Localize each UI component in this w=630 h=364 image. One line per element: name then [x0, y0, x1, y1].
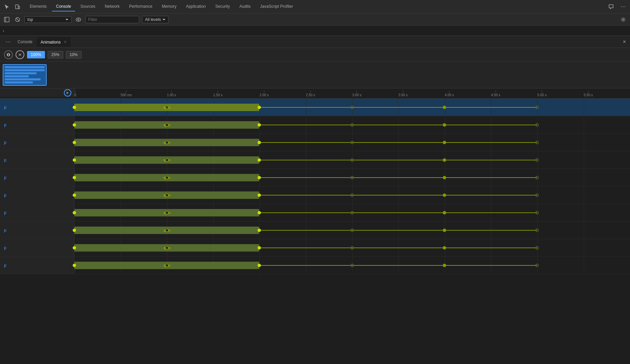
keyframe-dot[interactable]	[535, 246, 539, 250]
pause-animations-button[interactable]	[4, 50, 13, 59]
keyframe-dot[interactable]	[258, 229, 261, 232]
keyframe-dot[interactable]	[443, 211, 446, 214]
keyframe-dot[interactable]	[165, 141, 169, 144]
keyframe-dot[interactable]	[165, 246, 169, 250]
tab-animations-panel[interactable]: Animations ×	[37, 37, 71, 47]
keyframe-dot[interactable]	[443, 264, 446, 267]
tab-console-panel[interactable]: Console	[14, 37, 37, 46]
table-row[interactable]: pspin	[0, 134, 630, 151]
keyframe-dot[interactable]	[165, 264, 169, 267]
keyframe-dot[interactable]	[443, 193, 446, 197]
keyframe-dot[interactable]	[443, 158, 446, 162]
keyframe-dot[interactable]	[73, 211, 76, 214]
levels-dropdown[interactable]: All levels	[142, 16, 169, 23]
tab-console[interactable]: Console	[52, 2, 75, 11]
panel-close-button[interactable]: ×	[622, 37, 627, 46]
table-row[interactable]: pspin	[0, 186, 630, 204]
keyframe-dot[interactable]	[350, 229, 354, 232]
filter-input[interactable]	[85, 16, 139, 23]
keyframe-dot[interactable]	[165, 193, 169, 197]
keyframe-dot[interactable]	[73, 246, 76, 250]
keyframe-dot[interactable]	[165, 229, 169, 232]
keyframe-dot[interactable]	[350, 264, 354, 267]
keyframe-dot[interactable]	[535, 211, 539, 214]
keyframe-dot[interactable]	[535, 123, 539, 127]
keyframe-dot[interactable]	[258, 193, 261, 197]
keyframe-dot[interactable]	[443, 176, 446, 179]
keyframe-dot[interactable]	[535, 193, 539, 197]
keyframe-dot[interactable]	[165, 158, 169, 162]
feedback-icon[interactable]	[607, 3, 615, 11]
keyframe-dot[interactable]	[73, 193, 76, 197]
keyframe-dot[interactable]	[535, 141, 539, 144]
cursor-icon[interactable]	[3, 3, 11, 11]
keyframe-dot[interactable]	[258, 158, 261, 162]
tab-network[interactable]: Network	[101, 2, 124, 11]
keyframe-dot[interactable]	[73, 264, 76, 267]
keyframe-dot[interactable]	[443, 246, 446, 250]
tab-sources[interactable]: Sources	[76, 2, 99, 11]
keyframe-dot[interactable]	[443, 106, 446, 109]
keyframe-dot[interactable]	[165, 106, 169, 109]
keyframe-dot[interactable]	[258, 106, 261, 109]
keyframe-dot[interactable]	[165, 123, 169, 127]
keyframe-dot[interactable]	[350, 246, 354, 250]
keyframe-dot[interactable]	[443, 123, 446, 127]
keyframe-dot[interactable]	[258, 211, 261, 214]
play-pause-button[interactable]	[16, 50, 24, 59]
keyframe-dot[interactable]	[258, 123, 261, 127]
keyframe-dot[interactable]	[73, 229, 76, 232]
clear-console-icon[interactable]	[14, 16, 22, 24]
keyframe-dot[interactable]	[73, 141, 76, 144]
table-row[interactable]: pspin	[0, 169, 630, 186]
keyframe-dot[interactable]	[535, 176, 539, 179]
table-row[interactable]: pspin	[0, 257, 630, 274]
speed-25-button[interactable]: 25%	[48, 51, 63, 58]
table-row[interactable]: pspin	[0, 222, 630, 239]
table-row[interactable]: pspin	[0, 204, 630, 222]
keyframe-dot[interactable]	[350, 141, 354, 144]
sidebar-toggle-icon[interactable]	[3, 16, 11, 24]
keyframe-dot[interactable]	[350, 158, 354, 162]
tab-performance[interactable]: Performance	[125, 2, 156, 11]
keyframe-dot[interactable]	[73, 106, 76, 109]
keyframe-dot[interactable]	[258, 141, 261, 144]
keyframe-dot[interactable]	[73, 123, 76, 127]
settings-icon[interactable]	[619, 16, 627, 24]
keyframe-dot[interactable]	[535, 229, 539, 232]
keyframe-dot[interactable]	[350, 211, 354, 214]
keyframe-dot[interactable]	[165, 211, 169, 214]
keyframe-dot[interactable]	[535, 158, 539, 162]
more-options-icon[interactable]: ⋯	[619, 3, 627, 11]
console-prompt[interactable]: ›	[0, 26, 630, 36]
keyframe-dot[interactable]	[165, 176, 169, 179]
tab-js-profiler[interactable]: JavaScript Profiler	[256, 2, 297, 11]
keyframe-dot[interactable]	[73, 176, 76, 179]
speed-100-button[interactable]: 100%	[27, 51, 45, 58]
table-row[interactable]: pspin	[0, 151, 630, 169]
keyframe-dot[interactable]	[258, 176, 261, 179]
tab-memory[interactable]: Memory	[158, 2, 180, 11]
tab-elements[interactable]: Elements	[26, 2, 51, 11]
keyframe-dot[interactable]	[350, 193, 354, 197]
keyframe-dot[interactable]	[258, 246, 261, 250]
context-selector[interactable]: top	[24, 16, 72, 23]
device-icon[interactable]	[14, 3, 22, 11]
tab-audits[interactable]: Audits	[235, 2, 255, 11]
keyframe-dot[interactable]	[535, 264, 539, 267]
eye-icon[interactable]	[74, 16, 82, 24]
keyframe-dot[interactable]	[535, 106, 539, 109]
keyframe-dot[interactable]	[73, 158, 76, 162]
keyframe-dot[interactable]	[350, 123, 354, 127]
table-row[interactable]: pspin	[0, 116, 630, 134]
keyframe-dot[interactable]	[350, 106, 354, 109]
keyframe-dot[interactable]	[443, 141, 446, 144]
timeline-play-button[interactable]	[64, 89, 71, 97]
tab-security[interactable]: Security	[211, 2, 234, 11]
tab-application[interactable]: Application	[182, 2, 210, 11]
keyframe-dot[interactable]	[350, 176, 354, 179]
table-row[interactable]: pspin	[0, 239, 630, 257]
panel-tab-more-icon[interactable]: ⋯	[3, 38, 14, 46]
keyframe-dot[interactable]	[443, 229, 446, 232]
keyframe-dot[interactable]	[258, 264, 261, 267]
